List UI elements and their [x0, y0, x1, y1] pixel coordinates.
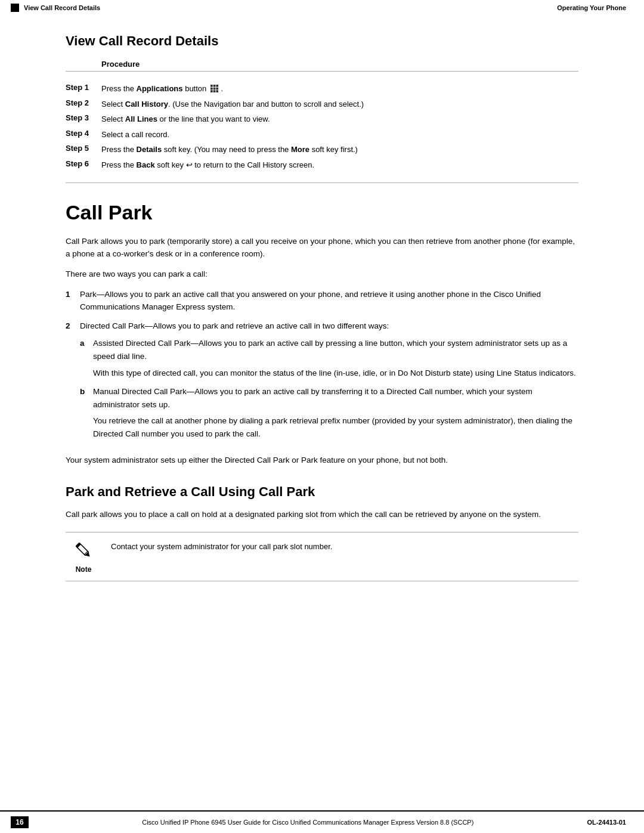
svg-rect-2	[216, 85, 218, 87]
step-5-row: Step 5 Press the Details soft key. (You …	[66, 142, 578, 157]
svg-rect-0	[210, 85, 213, 87]
sub-para-b: You retrieve the call at another phone b…	[93, 414, 578, 440]
section-bottom-divider	[66, 182, 578, 183]
header-square-icon	[11, 4, 19, 12]
note-text: Contact your system administrator for yo…	[111, 540, 578, 553]
svg-rect-1	[213, 85, 216, 87]
step-4-label: Step 4	[66, 127, 101, 143]
step-1-label: Step 1	[66, 81, 101, 97]
sub-para-a: With this type of directed call, you can…	[93, 367, 578, 380]
breadcrumb: View Call Record Details	[24, 4, 100, 11]
sub-content-b: Manual Directed Call Park—Allows you to …	[93, 385, 578, 440]
svg-rect-4	[213, 88, 216, 90]
note-icon-col: Note	[66, 540, 101, 574]
step-5-label: Step 5	[66, 142, 101, 157]
step-2-row: Step 2 Select Call History. (Use the Nav…	[66, 97, 578, 112]
page-number: 16	[11, 816, 29, 828]
svg-rect-5	[216, 88, 218, 90]
list-num-1: 1	[66, 288, 80, 301]
footer-doc-number: OL-24413-01	[587, 819, 626, 826]
page-container: View Call Record Details Operating Your …	[0, 0, 644, 833]
list-content-1: Park—Allows you to park an active call t…	[80, 288, 578, 314]
pencil-icon	[73, 540, 94, 564]
park-retrieve-title: Park and Retrieve a Call Using Call Park	[66, 484, 578, 500]
sub-list-item-a: a Assisted Directed Call Park—Allows you…	[80, 337, 578, 379]
footer: 16 Cisco Unified IP Phone 6945 User Guid…	[0, 810, 644, 833]
applications-icon	[210, 84, 219, 93]
step-3-label: Step 3	[66, 112, 101, 127]
sub-list: a Assisted Directed Call Park—Allows you…	[80, 337, 578, 440]
call-park-title: Call Park	[66, 201, 578, 224]
park-retrieve-section: Park and Retrieve a Call Using Call Park…	[66, 484, 578, 581]
view-call-title: View Call Record Details	[66, 33, 578, 49]
note-box: Note Contact your system administrator f…	[66, 532, 578, 581]
svg-rect-6	[210, 90, 213, 92]
step-1-content: Press the Applications button	[101, 81, 578, 97]
sub-label-a: a	[80, 337, 93, 350]
step-3-content: Select All Lines or the line that you wa…	[101, 112, 578, 127]
main-content: View Call Record Details Procedure Step …	[0, 16, 644, 617]
step-6-content: Press the Back soft key ↩ to return to t…	[101, 157, 578, 173]
list-item-2: 2 Directed Call Park—Allows you to park …	[66, 320, 578, 447]
park-retrieve-intro: Call park allows you to place a call on …	[66, 508, 578, 521]
footer-center-text: Cisco Unified IP Phone 6945 User Guide f…	[29, 819, 587, 826]
list-item-1: 1 Park—Allows you to park an active call…	[66, 288, 578, 314]
sub-label-b: b	[80, 385, 93, 398]
header-section-label: Operating Your Phone	[557, 4, 626, 11]
svg-rect-7	[213, 90, 216, 92]
view-call-section: View Call Record Details Procedure Step …	[66, 33, 578, 183]
step-6-row: Step 6 Press the Back soft key ↩ to retu…	[66, 157, 578, 173]
step-4-row: Step 4 Select a call record.	[66, 127, 578, 143]
procedure-label: Procedure	[66, 60, 578, 69]
step-6-label: Step 6	[66, 157, 101, 173]
list-num-2: 2	[66, 320, 80, 333]
call-park-intro-p2: There are two ways you can park a call:	[66, 268, 578, 281]
sub-list-item-b: b Manual Directed Call Park—Allows you t…	[80, 385, 578, 440]
back-arrow-icon: ↩	[186, 159, 193, 171]
header-left: View Call Record Details	[11, 4, 100, 12]
step-5-content: Press the Details soft key. (You may nee…	[101, 142, 578, 157]
step-2-content: Select Call History. (Use the Navigation…	[101, 97, 578, 112]
step-1-row: Step 1 Press the Applications button	[66, 81, 578, 97]
svg-rect-8	[216, 90, 218, 92]
sub-content-a: Assisted Directed Call Park—Allows you t…	[93, 337, 578, 379]
step-4-content: Select a call record.	[101, 127, 578, 143]
call-park-section: Call Park Call Park allows you to park (…	[66, 201, 578, 466]
note-label: Note	[76, 565, 92, 574]
step-2-label: Step 2	[66, 97, 101, 112]
list-content-2: Directed Call Park—Allows you to park an…	[80, 320, 578, 447]
svg-rect-3	[210, 88, 213, 90]
call-park-list: 1 Park—Allows you to park an active call…	[66, 288, 578, 447]
header-bar: View Call Record Details Operating Your …	[0, 0, 644, 16]
step-3-row: Step 3 Select All Lines or the line that…	[66, 112, 578, 127]
footer-left: 16	[11, 816, 29, 828]
steps-table: Step 1 Press the Applications button	[66, 81, 578, 173]
call-park-closing: Your system administrator sets up either…	[66, 454, 578, 467]
procedure-divider	[66, 71, 578, 72]
call-park-intro-p1: Call Park allows you to park (temporaril…	[66, 235, 578, 261]
